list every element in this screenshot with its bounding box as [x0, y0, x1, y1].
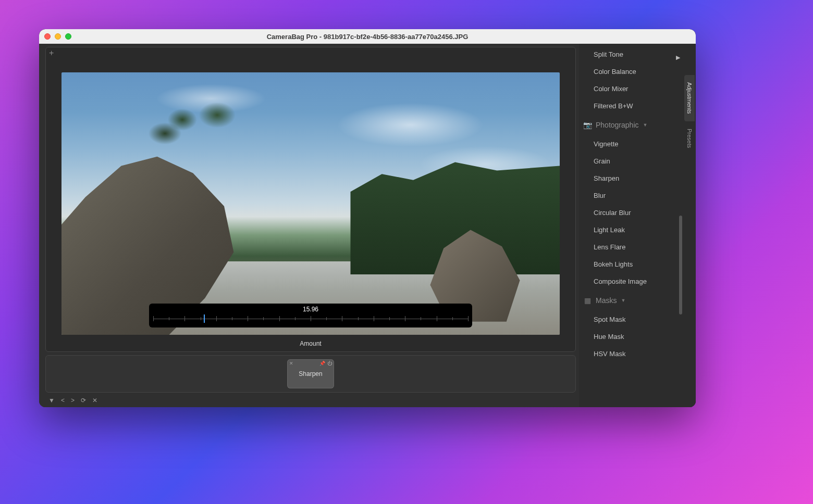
close-window-button[interactable]	[44, 33, 51, 40]
sidebar-item[interactable]: Grain	[579, 153, 683, 170]
right-tab-strip: Adjustments Presets	[683, 44, 696, 407]
adjustment-tile-sharpen[interactable]: ✕ 📌 ⏻ Sharpen	[287, 359, 334, 388]
next-button[interactable]: >	[71, 397, 75, 404]
clear-icon[interactable]: ✕	[92, 397, 97, 404]
checker-icon: ▦	[583, 296, 592, 305]
sidebar-item[interactable]: Bokeh Lights	[579, 256, 683, 273]
sidebar-item[interactable]: Sharpen	[579, 170, 683, 187]
collapse-sidebar-icon[interactable]: ▶	[676, 54, 680, 61]
sidebar-item[interactable]: Light Leak	[579, 221, 683, 238]
minimize-window-button[interactable]	[55, 33, 61, 40]
sidebar-item[interactable]: Lens Flare	[579, 238, 683, 256]
sidebar-item[interactable]: Split Tone	[579, 46, 683, 63]
add-tab-icon[interactable]: +	[49, 48, 56, 58]
sidebar-group-header[interactable]: ▦Masks▼	[579, 290, 683, 311]
sidebar-group-label: Photographic	[596, 121, 639, 129]
sidebar-item[interactable]: Composite Image	[579, 273, 683, 290]
amount-slider[interactable]: 15.96	[149, 304, 472, 327]
reset-icon[interactable]: ⟳	[81, 397, 86, 404]
chevron-down-icon: ▼	[643, 122, 648, 128]
sidebar-item[interactable]: Hue Mask	[579, 328, 683, 345]
adjustment-tray: ✕ 📌 ⏻ Sharpen	[45, 355, 576, 393]
sidebar-item[interactable]: Blur	[579, 187, 683, 204]
zoom-window-button[interactable]	[65, 33, 71, 40]
sidebar-item[interactable]: HSV Mask	[579, 345, 683, 362]
sidebar-item[interactable]: Filtered B+W	[579, 97, 683, 115]
slider-value: 15.96	[153, 306, 468, 313]
window-title: CameraBag Pro - 981b917c-bf2e-4b56-8836-…	[39, 33, 696, 41]
slider-label: Amount	[46, 340, 575, 347]
sidebar-group-label: Masks	[596, 296, 617, 305]
sidebar-item[interactable]: Color Balance	[579, 63, 683, 80]
slider-handle[interactable]	[204, 314, 205, 323]
canvas-area: + 15.96	[45, 47, 576, 352]
prev-button[interactable]: <	[61, 397, 65, 404]
tile-remove-icon[interactable]: ✕	[289, 361, 293, 366]
sidebar-item[interactable]: Circular Blur	[579, 204, 683, 221]
sidebar-item[interactable]: Spot Mask	[579, 311, 683, 328]
titlebar: CameraBag Pro - 981b917c-bf2e-4b56-8836-…	[39, 29, 696, 44]
tile-pin-icon[interactable]: 📌	[319, 361, 325, 366]
tab-adjustments[interactable]: Adjustments	[684, 75, 695, 121]
sidebar-scrollbar[interactable]	[679, 216, 682, 314]
image-canvas[interactable]: 15.96	[61, 72, 560, 335]
history-dropdown-icon[interactable]: ▼	[48, 397, 55, 404]
adjustments-sidebar: ▶ Split ToneColor BalanceColor MixerFilt…	[579, 44, 683, 407]
camera-icon: 📷	[583, 121, 592, 129]
sidebar-item[interactable]: Color Mixer	[579, 80, 683, 97]
app-window: CameraBag Pro - 981b917c-bf2e-4b56-8836-…	[39, 29, 696, 407]
slider-track[interactable]	[153, 314, 468, 323]
tab-presets[interactable]: Presets	[684, 121, 695, 155]
tile-power-icon[interactable]: ⏻	[327, 361, 332, 366]
sidebar-group-header[interactable]: 📷Photographic▼	[579, 115, 683, 135]
tile-label: Sharpen	[299, 370, 322, 377]
sidebar-item[interactable]: Vignette	[579, 135, 683, 153]
chevron-down-icon: ▼	[621, 298, 625, 303]
bottom-toolbar: ▼ < > ⟳ ✕	[42, 396, 579, 407]
